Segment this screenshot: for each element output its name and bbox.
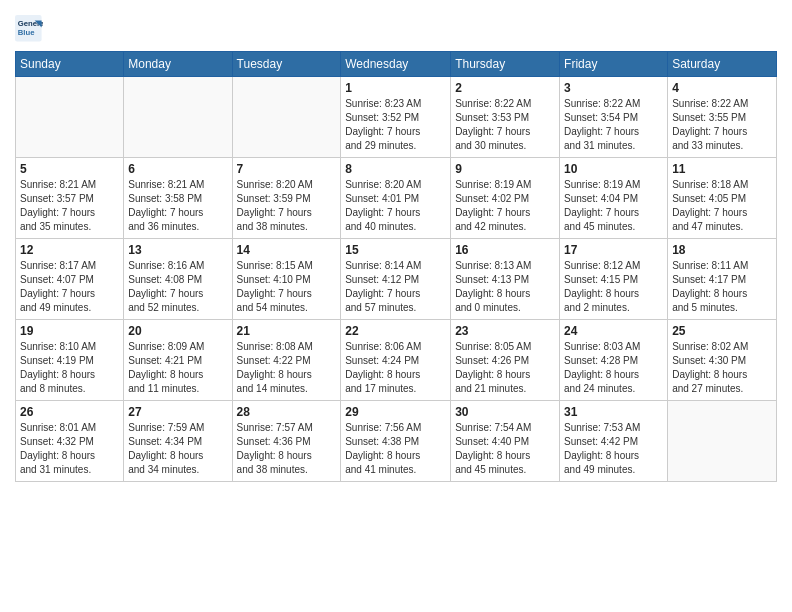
day-info: Sunrise: 8:13 AM Sunset: 4:13 PM Dayligh… bbox=[455, 259, 555, 315]
day-number: 9 bbox=[455, 162, 555, 176]
day-number: 11 bbox=[672, 162, 772, 176]
calendar-cell bbox=[124, 77, 232, 158]
calendar-cell: 10Sunrise: 8:19 AM Sunset: 4:04 PM Dayli… bbox=[560, 158, 668, 239]
day-info: Sunrise: 8:23 AM Sunset: 3:52 PM Dayligh… bbox=[345, 97, 446, 153]
day-info: Sunrise: 8:06 AM Sunset: 4:24 PM Dayligh… bbox=[345, 340, 446, 396]
day-info: Sunrise: 8:16 AM Sunset: 4:08 PM Dayligh… bbox=[128, 259, 227, 315]
calendar-cell bbox=[16, 77, 124, 158]
calendar: SundayMondayTuesdayWednesdayThursdayFrid… bbox=[15, 51, 777, 482]
calendar-cell: 23Sunrise: 8:05 AM Sunset: 4:26 PM Dayli… bbox=[451, 320, 560, 401]
calendar-cell bbox=[232, 77, 341, 158]
day-number: 30 bbox=[455, 405, 555, 419]
day-info: Sunrise: 8:02 AM Sunset: 4:30 PM Dayligh… bbox=[672, 340, 772, 396]
day-number: 23 bbox=[455, 324, 555, 338]
calendar-cell: 19Sunrise: 8:10 AM Sunset: 4:19 PM Dayli… bbox=[16, 320, 124, 401]
calendar-cell: 11Sunrise: 8:18 AM Sunset: 4:05 PM Dayli… bbox=[668, 158, 777, 239]
day-info: Sunrise: 7:57 AM Sunset: 4:36 PM Dayligh… bbox=[237, 421, 337, 477]
day-number: 27 bbox=[128, 405, 227, 419]
day-info: Sunrise: 8:18 AM Sunset: 4:05 PM Dayligh… bbox=[672, 178, 772, 234]
calendar-cell: 5Sunrise: 8:21 AM Sunset: 3:57 PM Daylig… bbox=[16, 158, 124, 239]
day-number: 18 bbox=[672, 243, 772, 257]
calendar-cell: 15Sunrise: 8:14 AM Sunset: 4:12 PM Dayli… bbox=[341, 239, 451, 320]
day-info: Sunrise: 8:14 AM Sunset: 4:12 PM Dayligh… bbox=[345, 259, 446, 315]
weekday-header-thursday: Thursday bbox=[451, 52, 560, 77]
day-info: Sunrise: 8:22 AM Sunset: 3:55 PM Dayligh… bbox=[672, 97, 772, 153]
day-info: Sunrise: 8:08 AM Sunset: 4:22 PM Dayligh… bbox=[237, 340, 337, 396]
day-number: 4 bbox=[672, 81, 772, 95]
calendar-cell: 17Sunrise: 8:12 AM Sunset: 4:15 PM Dayli… bbox=[560, 239, 668, 320]
day-info: Sunrise: 7:53 AM Sunset: 4:42 PM Dayligh… bbox=[564, 421, 663, 477]
calendar-cell: 3Sunrise: 8:22 AM Sunset: 3:54 PM Daylig… bbox=[560, 77, 668, 158]
week-row-4: 19Sunrise: 8:10 AM Sunset: 4:19 PM Dayli… bbox=[16, 320, 777, 401]
day-info: Sunrise: 8:15 AM Sunset: 4:10 PM Dayligh… bbox=[237, 259, 337, 315]
page-container: General Blue SundayMondayTuesdayWednesda… bbox=[0, 0, 792, 487]
day-number: 16 bbox=[455, 243, 555, 257]
calendar-cell: 7Sunrise: 8:20 AM Sunset: 3:59 PM Daylig… bbox=[232, 158, 341, 239]
weekday-header-row: SundayMondayTuesdayWednesdayThursdayFrid… bbox=[16, 52, 777, 77]
day-info: Sunrise: 8:10 AM Sunset: 4:19 PM Dayligh… bbox=[20, 340, 119, 396]
svg-text:Blue: Blue bbox=[18, 28, 35, 37]
day-number: 22 bbox=[345, 324, 446, 338]
day-number: 20 bbox=[128, 324, 227, 338]
header: General Blue bbox=[15, 10, 777, 43]
day-info: Sunrise: 8:12 AM Sunset: 4:15 PM Dayligh… bbox=[564, 259, 663, 315]
day-info: Sunrise: 8:09 AM Sunset: 4:21 PM Dayligh… bbox=[128, 340, 227, 396]
day-number: 2 bbox=[455, 81, 555, 95]
calendar-cell: 12Sunrise: 8:17 AM Sunset: 4:07 PM Dayli… bbox=[16, 239, 124, 320]
calendar-cell: 16Sunrise: 8:13 AM Sunset: 4:13 PM Dayli… bbox=[451, 239, 560, 320]
calendar-cell: 21Sunrise: 8:08 AM Sunset: 4:22 PM Dayli… bbox=[232, 320, 341, 401]
day-number: 8 bbox=[345, 162, 446, 176]
day-number: 15 bbox=[345, 243, 446, 257]
day-info: Sunrise: 8:20 AM Sunset: 4:01 PM Dayligh… bbox=[345, 178, 446, 234]
calendar-cell: 4Sunrise: 8:22 AM Sunset: 3:55 PM Daylig… bbox=[668, 77, 777, 158]
day-number: 13 bbox=[128, 243, 227, 257]
week-row-1: 1Sunrise: 8:23 AM Sunset: 3:52 PM Daylig… bbox=[16, 77, 777, 158]
day-number: 29 bbox=[345, 405, 446, 419]
day-info: Sunrise: 8:11 AM Sunset: 4:17 PM Dayligh… bbox=[672, 259, 772, 315]
calendar-cell: 18Sunrise: 8:11 AM Sunset: 4:17 PM Dayli… bbox=[668, 239, 777, 320]
calendar-cell: 14Sunrise: 8:15 AM Sunset: 4:10 PM Dayli… bbox=[232, 239, 341, 320]
day-number: 21 bbox=[237, 324, 337, 338]
calendar-cell: 20Sunrise: 8:09 AM Sunset: 4:21 PM Dayli… bbox=[124, 320, 232, 401]
day-info: Sunrise: 7:59 AM Sunset: 4:34 PM Dayligh… bbox=[128, 421, 227, 477]
day-info: Sunrise: 8:22 AM Sunset: 3:54 PM Dayligh… bbox=[564, 97, 663, 153]
day-info: Sunrise: 8:19 AM Sunset: 4:02 PM Dayligh… bbox=[455, 178, 555, 234]
day-info: Sunrise: 8:03 AM Sunset: 4:28 PM Dayligh… bbox=[564, 340, 663, 396]
day-info: Sunrise: 8:21 AM Sunset: 3:58 PM Dayligh… bbox=[128, 178, 227, 234]
day-info: Sunrise: 7:54 AM Sunset: 4:40 PM Dayligh… bbox=[455, 421, 555, 477]
calendar-cell: 24Sunrise: 8:03 AM Sunset: 4:28 PM Dayli… bbox=[560, 320, 668, 401]
week-row-2: 5Sunrise: 8:21 AM Sunset: 3:57 PM Daylig… bbox=[16, 158, 777, 239]
logo-icon: General Blue bbox=[15, 15, 43, 43]
calendar-cell: 6Sunrise: 8:21 AM Sunset: 3:58 PM Daylig… bbox=[124, 158, 232, 239]
day-number: 17 bbox=[564, 243, 663, 257]
weekday-header-saturday: Saturday bbox=[668, 52, 777, 77]
day-info: Sunrise: 7:56 AM Sunset: 4:38 PM Dayligh… bbox=[345, 421, 446, 477]
day-info: Sunrise: 8:17 AM Sunset: 4:07 PM Dayligh… bbox=[20, 259, 119, 315]
calendar-cell: 13Sunrise: 8:16 AM Sunset: 4:08 PM Dayli… bbox=[124, 239, 232, 320]
day-number: 31 bbox=[564, 405, 663, 419]
day-number: 1 bbox=[345, 81, 446, 95]
day-number: 7 bbox=[237, 162, 337, 176]
calendar-cell: 28Sunrise: 7:57 AM Sunset: 4:36 PM Dayli… bbox=[232, 401, 341, 482]
weekday-header-sunday: Sunday bbox=[16, 52, 124, 77]
day-number: 24 bbox=[564, 324, 663, 338]
week-row-5: 26Sunrise: 8:01 AM Sunset: 4:32 PM Dayli… bbox=[16, 401, 777, 482]
calendar-cell bbox=[668, 401, 777, 482]
week-row-3: 12Sunrise: 8:17 AM Sunset: 4:07 PM Dayli… bbox=[16, 239, 777, 320]
weekday-header-friday: Friday bbox=[560, 52, 668, 77]
day-info: Sunrise: 8:20 AM Sunset: 3:59 PM Dayligh… bbox=[237, 178, 337, 234]
day-number: 26 bbox=[20, 405, 119, 419]
weekday-header-wednesday: Wednesday bbox=[341, 52, 451, 77]
calendar-cell: 8Sunrise: 8:20 AM Sunset: 4:01 PM Daylig… bbox=[341, 158, 451, 239]
day-number: 19 bbox=[20, 324, 119, 338]
day-number: 10 bbox=[564, 162, 663, 176]
day-info: Sunrise: 8:01 AM Sunset: 4:32 PM Dayligh… bbox=[20, 421, 119, 477]
day-number: 3 bbox=[564, 81, 663, 95]
day-info: Sunrise: 8:21 AM Sunset: 3:57 PM Dayligh… bbox=[20, 178, 119, 234]
calendar-cell: 22Sunrise: 8:06 AM Sunset: 4:24 PM Dayli… bbox=[341, 320, 451, 401]
calendar-cell: 30Sunrise: 7:54 AM Sunset: 4:40 PM Dayli… bbox=[451, 401, 560, 482]
calendar-cell: 29Sunrise: 7:56 AM Sunset: 4:38 PM Dayli… bbox=[341, 401, 451, 482]
day-info: Sunrise: 8:19 AM Sunset: 4:04 PM Dayligh… bbox=[564, 178, 663, 234]
calendar-cell: 31Sunrise: 7:53 AM Sunset: 4:42 PM Dayli… bbox=[560, 401, 668, 482]
calendar-cell: 2Sunrise: 8:22 AM Sunset: 3:53 PM Daylig… bbox=[451, 77, 560, 158]
